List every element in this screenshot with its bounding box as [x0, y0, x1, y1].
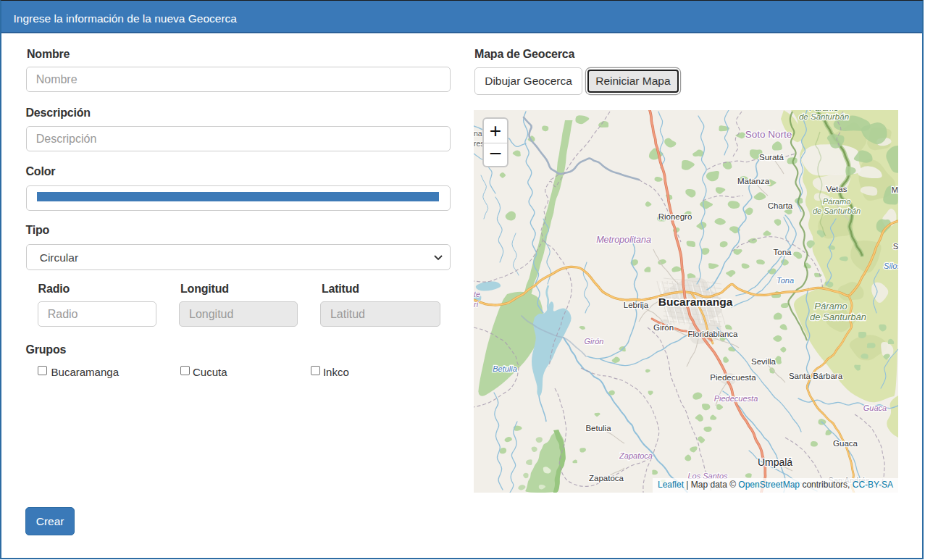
svg-text:Charta: Charta — [768, 201, 793, 210]
svg-text:Piedecuesta: Piedecuesta — [710, 372, 756, 381]
svg-text:S: S — [893, 242, 898, 251]
svg-text:Matanza: Matanza — [737, 177, 770, 185]
svg-text:Betulia: Betulia — [585, 423, 611, 432]
svg-text:Rionegro: Rionegro — [658, 212, 692, 221]
svg-text:na: na — [474, 129, 482, 138]
svg-text:Tona: Tona — [777, 276, 794, 285]
svg-text:te: te — [474, 290, 480, 298]
svg-text:de Santurbán: de Santurbán — [813, 206, 861, 215]
svg-text:Páramo: Páramo — [823, 197, 851, 206]
svg-text:Suratá: Suratá — [759, 153, 784, 162]
svg-text:Páramo: Páramo — [814, 301, 847, 312]
svg-text:Zapatoca: Zapatoca — [619, 451, 653, 460]
svg-text:Girón: Girón — [653, 323, 674, 332]
svg-text:Silos: Silos — [884, 262, 898, 270]
svg-text:Vetas: Vetas — [826, 185, 847, 193]
svg-text:Soto Norte: Soto Norte — [745, 129, 792, 140]
svg-text:de Santurbán: de Santurbán — [799, 112, 849, 121]
svg-text:Bucaramanga: Bucaramanga — [658, 296, 733, 308]
svg-text:Guaca: Guaca — [863, 404, 887, 412]
svg-text:Páramo: Páramo — [809, 110, 839, 112]
svg-text:Zapatoca: Zapatoca — [589, 473, 624, 482]
svg-text:Santa Bárbara: Santa Bárbara — [789, 372, 843, 380]
svg-text:de Santurbán: de Santurbán — [810, 312, 866, 322]
svg-text:Guaca: Guaca — [833, 438, 858, 447]
svg-text:Betulia: Betulia — [493, 364, 517, 372]
svg-text:Sevilla: Sevilla — [751, 356, 776, 365]
svg-text:Lebrija: Lebrija — [624, 300, 649, 309]
svg-text:Metropolitana: Metropolitana — [596, 234, 651, 244]
svg-text:Girón: Girón — [585, 336, 604, 345]
svg-text:M: M — [892, 185, 898, 194]
svg-text:Floridablanca: Floridablanca — [687, 330, 738, 338]
svg-text:Umpalá: Umpalá — [758, 456, 792, 468]
svg-text:Tona: Tona — [774, 248, 792, 256]
svg-text:Piedecuesta: Piedecuesta — [714, 393, 758, 402]
svg-text:rí: rí — [474, 300, 479, 309]
